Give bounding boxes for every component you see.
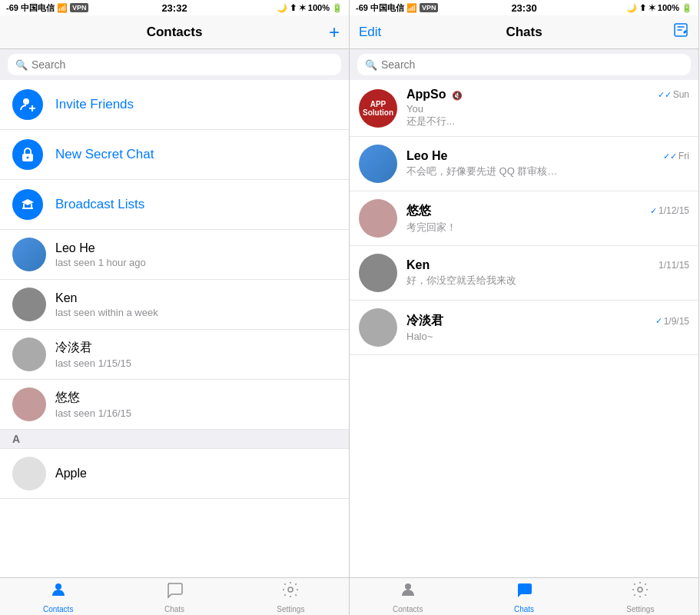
location-icon-left: ⬆ [290, 3, 297, 13]
battery-left: 100% [308, 3, 330, 12]
edit-button[interactable]: Edit [359, 25, 381, 40]
chat-time-appso: ✓✓ Sun [658, 89, 689, 100]
contacts-title: Contacts [147, 25, 203, 40]
svg-point-5 [55, 583, 61, 590]
contact-sub-lendan: last seen 1/15/15 [55, 357, 337, 369]
compose-button[interactable] [672, 22, 689, 42]
mute-icon-appso: 🔇 [452, 91, 463, 100]
add-contact-button[interactable]: + [329, 22, 340, 43]
chat-name-leohe: Leo He [406, 149, 447, 163]
checkmark-lendan: ✓ [655, 316, 662, 326]
tab-chats-right[interactable]: Chats [466, 578, 582, 615]
avatar-appso: APPSolution [359, 89, 397, 128]
avatar-apple [12, 457, 46, 490]
contact-item-apple[interactable]: Apple [0, 449, 349, 499]
contact-name-apple: Apple [55, 467, 337, 480]
tab-chats-label-left: Chats [164, 605, 184, 613]
vpn-badge-left: VPN [70, 3, 89, 12]
location-icon-right: ⬆ [639, 3, 646, 13]
search-icon-right: 🔍 [365, 59, 377, 71]
avatar-leohe [12, 238, 46, 271]
chats-search-input[interactable] [381, 58, 683, 71]
chat-name-appso: AppSo 🔇 [406, 88, 463, 101]
chat-time-leohe: ✓✓ Fri [663, 151, 689, 161]
contacts-nav-bar: Contacts + [0, 15, 349, 49]
contact-sub-ken: last seen within a week [55, 307, 337, 318]
svg-point-6 [288, 587, 293, 592]
chat-preview-leohe: 不会吧，好像要先进 QQ 群审核… [406, 165, 557, 178]
contact-item-youyou[interactable]: 悠悠 last seen 1/16/15 [0, 380, 349, 430]
secret-chat-icon [12, 139, 43, 170]
search-icon-left: 🔍 [15, 59, 28, 71]
invite-friends-label: Invite Friends [55, 97, 134, 112]
svg-point-4 [27, 157, 29, 159]
tab-settings-left[interactable]: Settings [233, 578, 349, 615]
chat-item-youyou[interactable]: 悠悠 ✓ 1/12/15 考完回家！ [350, 191, 698, 246]
chats-tab-icon-left [165, 580, 184, 603]
contact-item-leohe[interactable]: Leo He last seen 1 hour ago [0, 230, 349, 280]
chats-list: APPSolution AppSo 🔇 ✓✓ Sun You还是不行... [350, 80, 698, 577]
svg-point-9 [638, 587, 642, 592]
new-secret-chat-item[interactable]: New Secret Chat [0, 130, 349, 180]
tab-chats-left[interactable]: Chats [116, 578, 232, 615]
contact-name-lendan: 冷淡君 [55, 340, 337, 356]
chat-preview-appso: You还是不行... [406, 103, 455, 128]
battery-right: 100% [658, 3, 679, 12]
avatar-lendan-contact [12, 337, 46, 371]
chats-search-container: 🔍 [350, 49, 698, 80]
bluetooth-icon-right: ✶ [649, 3, 655, 13]
contact-name-youyou: 悠悠 [55, 390, 337, 406]
svg-point-0 [23, 98, 29, 105]
chat-item-lendan[interactable]: 冷淡君 ✓ 1/9/15 Halo~ [350, 301, 698, 355]
avatar-lendan-chat [359, 308, 397, 347]
chat-preview-youyou: 考完回家！ [406, 221, 456, 234]
svg-point-8 [405, 583, 411, 590]
broadcast-lists-label: Broadcast Lists [55, 197, 144, 212]
section-header-a: A [0, 430, 349, 449]
chats-tab-bar: Contacts Chats Settings [350, 577, 698, 615]
avatar-leohe-chat [359, 145, 397, 183]
contact-item-ken[interactable]: Ken last seen within a week [0, 280, 349, 330]
contacts-search-bar[interactable]: 🔍 [8, 54, 341, 75]
invite-friends-icon [12, 89, 43, 120]
tab-contacts-left[interactable]: Contacts [0, 578, 116, 615]
contacts-tab-icon [49, 580, 68, 603]
time-right: 23:30 [511, 2, 536, 14]
contacts-search-container: 🔍 [0, 49, 349, 80]
wifi-icon-left: 📶 [57, 3, 68, 13]
contact-item-lendan[interactable]: 冷淡君 last seen 1/15/15 [0, 330, 349, 380]
broadcast-lists-item[interactable]: Broadcast Lists [0, 180, 349, 230]
chat-item-leohe[interactable]: Leo He ✓✓ Fri 不会吧，好像要先进 QQ 群审核… [350, 137, 698, 191]
signal-right: -69 中国电信 [356, 2, 404, 14]
contacts-search-input[interactable] [32, 58, 333, 71]
contacts-panel: -69 中国电信 📶 VPN 23:32 🌙 ⬆ ✶ 100% 🔋 Contac… [0, 0, 350, 615]
avatar-ken-contact [12, 288, 46, 321]
invite-friends-item[interactable]: Invite Friends [0, 80, 349, 130]
contact-name-ken: Ken [55, 291, 337, 305]
status-bar-right: -69 中国电信 📶 VPN 23:30 🌙 ⬆ ✶ 100% 🔋 [350, 0, 698, 15]
moon-icon-right: 🌙 [626, 3, 637, 13]
tab-settings-right[interactable]: Settings [582, 578, 698, 615]
vpn-badge-right: VPN [420, 3, 439, 12]
chat-item-appso[interactable]: APPSolution AppSo 🔇 ✓✓ Sun You还是不行... [350, 80, 698, 137]
status-bar-left: -69 中国电信 📶 VPN 23:32 🌙 ⬆ ✶ 100% 🔋 [0, 0, 349, 15]
tab-contacts-label-left: Contacts [43, 605, 73, 613]
chat-item-ken[interactable]: Ken 1/11/15 好，你没空就丢给我来改 [350, 246, 698, 301]
checkmark-leohe: ✓✓ [663, 151, 677, 161]
avatar-ken-chat [359, 254, 397, 292]
tab-contacts-right[interactable]: Contacts [350, 578, 466, 615]
checkmark-appso: ✓✓ [658, 90, 672, 100]
wifi-icon-right: 📶 [406, 3, 417, 13]
moon-icon-left: 🌙 [277, 3, 287, 13]
chats-search-bar[interactable]: 🔍 [357, 54, 691, 75]
new-secret-chat-label: New Secret Chat [55, 147, 154, 162]
tab-contacts-label-right: Contacts [393, 605, 423, 613]
signal-left: -69 中国电信 [6, 2, 55, 14]
tab-settings-label-right: Settings [626, 605, 654, 613]
chat-preview-lendan: Halo~ [406, 331, 433, 342]
chat-time-lendan: ✓ 1/9/15 [655, 316, 689, 327]
contact-sub-youyou: last seen 1/16/15 [55, 407, 337, 419]
contact-sub-leohe: last seen 1 hour ago [55, 257, 337, 268]
chat-time-youyou: ✓ 1/12/15 [650, 205, 689, 216]
contacts-tab-bar: Contacts Chats Settings [0, 577, 349, 615]
